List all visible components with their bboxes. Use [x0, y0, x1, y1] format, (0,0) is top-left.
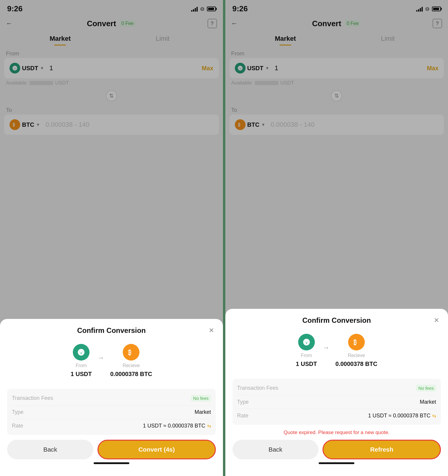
type-value-left: Market	[194, 409, 211, 415]
no-fees-badge-left: No fees	[191, 395, 211, 402]
conv-receive-amount-right: 0.0000378 BTC	[335, 361, 377, 367]
detail-row-rate-left: Rate 1 USDT ≈ 0.0000378 BTC ⇆	[12, 419, 211, 433]
fees-label-left: Transaction Fees	[12, 395, 53, 401]
details-section-right: Transaction Fees No fees Type Market Rat…	[232, 379, 441, 425]
fees-value-right: No fees	[416, 385, 436, 392]
close-button-left[interactable]: ✕	[207, 326, 216, 335]
conv-from-label-right: From	[301, 353, 312, 358]
refresh-button-right[interactable]: Refresh	[323, 440, 441, 459]
bottom-sheet-left: Confirm Conversion ✕ From 1 USDT →	[0, 319, 223, 476]
svg-text:₿: ₿	[128, 349, 131, 356]
left-phone-panel: 9:26 ⊖ ← Convert 0 Fee ? Market Limit Fr…	[0, 0, 223, 476]
conv-from-left: From 1 USDT	[71, 344, 92, 378]
detail-row-type-left: Type Market	[12, 405, 211, 419]
svg-text:₿: ₿	[353, 339, 356, 346]
conv-from-label-left: From	[76, 363, 87, 368]
conv-to-left: ₿ Recieve 0.0000378 BTC	[110, 344, 152, 378]
detail-row-fees-right: Transaction Fees No fees	[237, 381, 436, 395]
details-section-left: Transaction Fees No fees Type Market Rat…	[7, 389, 216, 435]
no-fees-badge-right: No fees	[416, 385, 436, 392]
conv-usdt-icon-left	[73, 344, 89, 361]
home-indicator-right	[319, 462, 354, 464]
type-label-left: Type	[12, 409, 23, 415]
conv-btc-icon-right: ₿	[348, 334, 365, 350]
fees-value-left: No fees	[191, 395, 211, 402]
bottom-sheet-right: Confirm Conversion ✕ From 1 USDT →	[225, 309, 448, 476]
conversion-display-left: From 1 USDT → ₿ Recieve 0.0000378 BTC	[7, 341, 216, 381]
convert-button-left[interactable]: Convert (4s)	[98, 440, 216, 459]
sheet-buttons-right: Back Refresh	[232, 440, 441, 459]
conversion-display-right: From 1 USDT → ₿ Recieve 0.0000378 BTC	[232, 331, 441, 370]
type-label-right: Type	[237, 399, 249, 405]
rate-label-left: Rate	[12, 423, 23, 429]
fees-label-right: Transaction Fees	[237, 385, 278, 391]
conv-btc-icon-left: ₿	[123, 344, 139, 361]
detail-row-rate-right: Rate 1 USDT ≈ 0.0000378 BTC ⇆	[237, 409, 436, 422]
panel-divider	[223, 0, 225, 476]
right-phone-panel: 9:26 ⊖ ← Convert 0 Fee ? Market Limit Fr…	[225, 0, 448, 476]
close-button-right[interactable]: ✕	[432, 316, 441, 325]
rate-value-left: 1 USDT ≈ 0.0000378 BTC ⇆	[143, 423, 211, 429]
conv-usdt-icon-right	[298, 334, 315, 350]
rate-swap-icon-left: ⇆	[207, 423, 211, 429]
sheet-title-right: Confirm Conversion	[241, 316, 432, 325]
conv-receive-label-right: Recieve	[348, 353, 365, 358]
sheet-header-left: Confirm Conversion ✕	[7, 326, 216, 335]
type-value-right: Market	[420, 399, 436, 405]
conv-from-amount-right: 1 USDT	[296, 361, 317, 367]
conv-receive-amount-left: 0.0000378 BTC	[110, 371, 152, 378]
conv-arrow-right: →	[323, 344, 329, 352]
home-indicator-left	[94, 462, 129, 464]
conv-to-right: ₿ Recieve 0.0000378 BTC	[335, 334, 377, 367]
conv-receive-label-left: Recieve	[122, 363, 140, 368]
rate-label-right: Rate	[237, 413, 249, 419]
conv-arrow-left: →	[98, 354, 104, 362]
bottom-sheet-overlay-left: Confirm Conversion ✕ From 1 USDT →	[0, 0, 223, 476]
sheet-title-left: Confirm Conversion	[16, 326, 207, 335]
conv-from-amount-left: 1 USDT	[71, 371, 92, 378]
rate-value-right: 1 USDT ≈ 0.0000378 BTC ⇆	[368, 413, 436, 419]
back-button-sheet-right[interactable]: Back	[232, 440, 319, 459]
back-button-sheet-left[interactable]: Back	[7, 440, 93, 459]
sheet-buttons-left: Back Convert (4s)	[7, 440, 216, 459]
bottom-sheet-overlay-right: Confirm Conversion ✕ From 1 USDT →	[225, 0, 448, 476]
rate-swap-icon-right: ⇆	[432, 413, 436, 419]
detail-row-type-right: Type Market	[237, 395, 436, 409]
conv-from-right: From 1 USDT	[296, 334, 317, 367]
sheet-header-right: Confirm Conversion ✕	[232, 316, 441, 325]
detail-row-fees-left: Transaction Fees No fees	[12, 391, 211, 405]
quote-expired-text-right: Quote expired. Please request for a new …	[232, 430, 441, 436]
